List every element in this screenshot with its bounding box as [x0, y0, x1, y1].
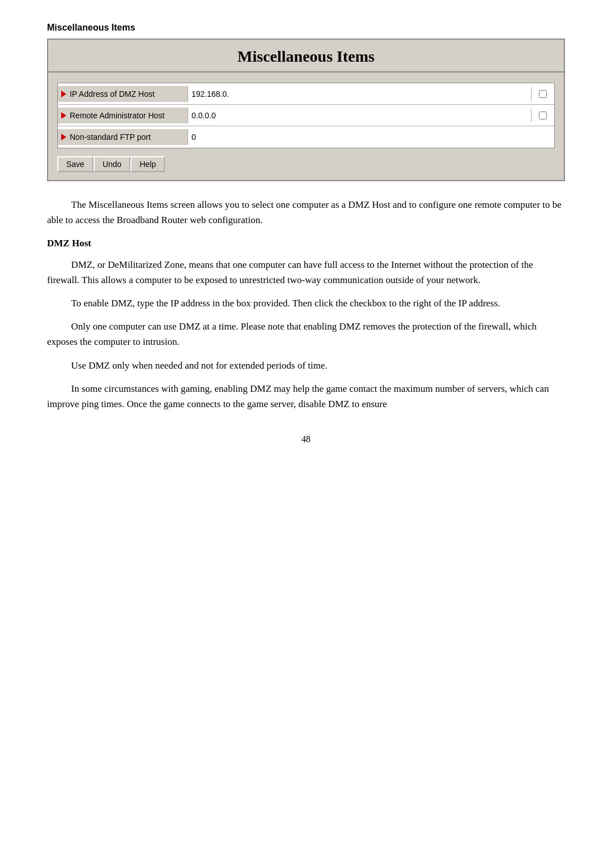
table-row: IP Address of DMZ Host: [58, 83, 554, 105]
ip-address-dmz-host-input[interactable]: [188, 87, 532, 101]
page-label: Miscellaneous Items: [47, 23, 565, 33]
field-label-dmz-host: IP Address of DMZ Host: [58, 86, 188, 102]
dmz-enable-paragraph: To enable DMZ, type the IP address in th…: [47, 296, 565, 311]
panel-body: IP Address of DMZ Host Remote Administra…: [48, 72, 564, 180]
panel-title: Miscellaneous Items: [54, 48, 558, 66]
arrow-icon: [61, 134, 66, 140]
arrow-icon: [61, 112, 66, 119]
form-fields-container: IP Address of DMZ Host Remote Administra…: [57, 83, 555, 148]
undo-button[interactable]: Undo: [94, 156, 130, 172]
button-row: Save Undo Help: [57, 156, 555, 172]
table-row: Non-standard FTP port: [58, 126, 554, 148]
dmz-host-heading: DMZ Host: [47, 236, 565, 251]
dmz-gaming-paragraph: In some circumstances with gaming, enabl…: [47, 381, 565, 412]
table-row: Remote Administrator Host: [58, 105, 554, 126]
help-button[interactable]: Help: [130, 156, 165, 172]
remote-admin-checkbox[interactable]: [539, 112, 547, 119]
intro-paragraph: The Miscellaneous Items screen allows yo…: [47, 197, 565, 228]
ftp-port-input[interactable]: [188, 130, 532, 144]
page-number: 48: [47, 434, 565, 444]
dmz-explanation-paragraph: DMZ, or DeMilitarized Zone, means that o…: [47, 257, 565, 288]
save-button[interactable]: Save: [57, 156, 94, 172]
dmz-host-checkbox-cell[interactable]: [532, 90, 554, 98]
body-content: The Miscellaneous Items screen allows yo…: [47, 197, 565, 412]
dmz-usage-paragraph: Use DMZ only when needed and not for ext…: [47, 358, 565, 373]
remote-admin-host-input[interactable]: [188, 109, 532, 122]
panel-title-bar: Miscellaneous Items: [48, 40, 564, 72]
field-label-ftp-port: Non-standard FTP port: [58, 129, 188, 145]
dmz-warning-paragraph: Only one computer can use DMZ at a time.…: [47, 319, 565, 349]
dmz-host-checkbox[interactable]: [539, 90, 547, 98]
miscellaneous-items-panel: Miscellaneous Items IP Address of DMZ Ho…: [47, 39, 565, 181]
remote-admin-checkbox-cell[interactable]: [532, 112, 554, 119]
arrow-icon: [61, 91, 66, 97]
field-label-remote-admin: Remote Administrator Host: [58, 108, 188, 123]
